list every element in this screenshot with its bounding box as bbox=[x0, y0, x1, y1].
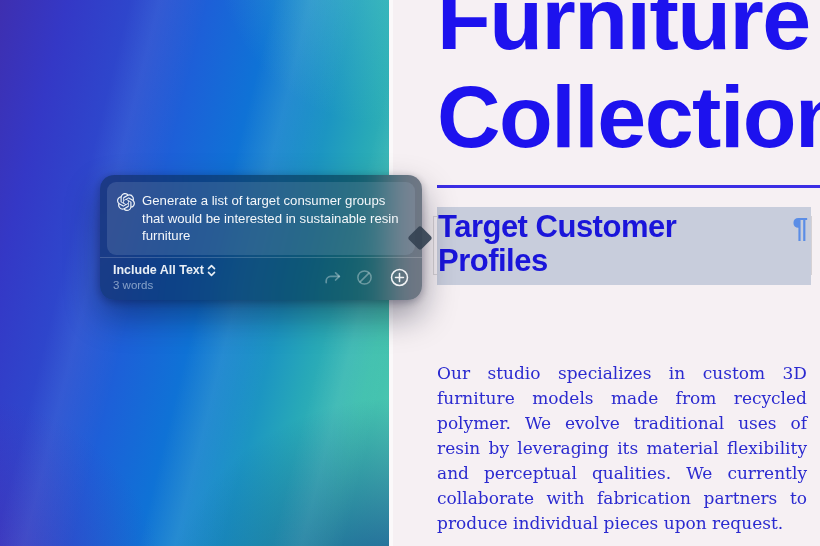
popover-footer: Include All Text 3 words bbox=[100, 257, 422, 300]
redo-icon bbox=[325, 271, 342, 285]
add-button[interactable] bbox=[390, 268, 409, 287]
openai-logo-icon bbox=[117, 193, 135, 211]
retry-button[interactable] bbox=[356, 269, 373, 286]
screen: Furniture Collection Target Customer Pro… bbox=[0, 0, 820, 546]
ai-prompt-text: Generate a list of target consumer group… bbox=[142, 192, 405, 245]
undo-button[interactable] bbox=[299, 271, 316, 285]
include-all-text-dropdown[interactable]: Include All Text bbox=[113, 263, 216, 277]
body-paragraph[interactable]: Our studio specializes in custom 3D furn… bbox=[437, 361, 807, 536]
document-title[interactable]: Furniture Collection bbox=[437, 0, 820, 166]
undo-icon bbox=[299, 271, 316, 285]
divider-rule bbox=[437, 185, 820, 188]
up-down-chevrons-icon bbox=[207, 264, 216, 277]
document-page: Furniture Collection Target Customer Pro… bbox=[393, 0, 820, 546]
heading-selection-frame[interactable]: Target Customer Profiles ¶ bbox=[433, 216, 812, 275]
redo-button[interactable] bbox=[325, 271, 342, 285]
pilcrow-mark: ¶ bbox=[792, 211, 808, 245]
slash-circle-icon bbox=[356, 269, 373, 286]
text-selection-highlight: Target Customer Profiles ¶ bbox=[437, 207, 811, 285]
section-heading[interactable]: Target Customer Profiles bbox=[438, 210, 790, 278]
scope-label: Include All Text bbox=[113, 263, 204, 277]
prompt-bubble: Generate a list of target consumer group… bbox=[107, 182, 415, 255]
word-count: 3 words bbox=[113, 278, 216, 292]
ai-popover: Generate a list of target consumer group… bbox=[100, 175, 422, 300]
plus-circle-icon bbox=[390, 268, 409, 287]
